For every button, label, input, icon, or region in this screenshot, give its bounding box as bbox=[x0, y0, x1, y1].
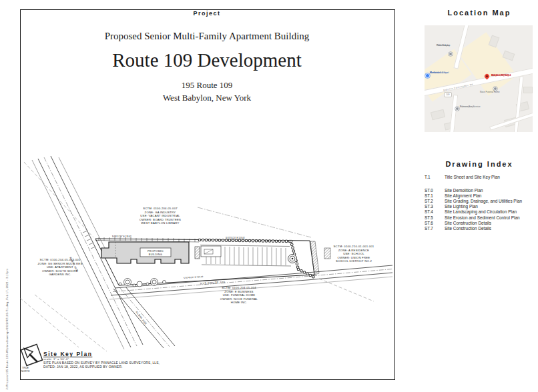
road-label-albin-2: ALBIN AVE bbox=[135, 311, 148, 326]
bearing-bottom: S 80°45'00" W 303.44' bbox=[184, 275, 204, 279]
ring-symbol bbox=[288, 255, 297, 263]
drawing-index-row: ST.7Site Construction Details bbox=[425, 226, 538, 231]
map-building bbox=[489, 35, 500, 47]
building-label-2: BUILDING bbox=[149, 253, 162, 256]
drawing-index-row: ST.0Site Demolition Plan bbox=[425, 188, 538, 193]
parcel-note-library: SCTM: 0100-204-05-007ZONE: GA INDUSTRY U… bbox=[123, 207, 197, 225]
parcel-note-school: SCTM: 0100-210-01-001.001ZONE: A RESIDEN… bbox=[316, 245, 391, 263]
parcel-note-apartments: SCTM: 0100-204-05-044.001ZONE: SG SENIOR… bbox=[23, 258, 97, 277]
building-label-1: PROPOSED bbox=[148, 250, 164, 253]
drawing-index-row: ST.1Site Alignment Plan bbox=[425, 193, 538, 199]
route-109-shield: 109 bbox=[444, 92, 452, 97]
site-key-plan-scale: scale: 1" = 50'-0" bbox=[43, 357, 69, 361]
site-key-plan-note: SITE PLAN BASED ON SURVEY BY PINNACLE LA… bbox=[43, 361, 160, 369]
proposed-building: PROPOSED BUILDING bbox=[101, 242, 189, 263]
plot-stamp: J:/Projects/195 Route 109-W/plan drawing… bbox=[5, 270, 9, 390]
project-subtitle: Proposed Senior Multi-Family Apartment B… bbox=[20, 31, 394, 42]
map-poi-library-icon bbox=[449, 52, 453, 56]
drawing-index-row: ST.5Site Erosion and Sediment Control Pl… bbox=[425, 215, 538, 221]
bearing-top-right: S 87°55'20" E 118.40' bbox=[226, 237, 245, 239]
project-label: Project bbox=[20, 10, 394, 17]
map-poi-blue-icon bbox=[425, 73, 430, 78]
project-address-line2: West Babylon, New York bbox=[20, 93, 394, 103]
drawing-index-row: ST.4Site Landscaping and Circulation Pla… bbox=[425, 209, 538, 215]
drawing-index-list: T.1Title Sheet and Site Key Plan ST.0Sit… bbox=[425, 175, 538, 231]
site-pads bbox=[195, 241, 330, 275]
drawing-index-heading: Drawing Index bbox=[427, 160, 531, 168]
north-arrow-icon bbox=[21, 344, 42, 365]
drawing-index-row: T.1Title Sheet and Site Key Plan bbox=[425, 175, 538, 180]
map-building bbox=[523, 87, 533, 93]
project-title: Route 109 Development bbox=[20, 49, 394, 71]
location-map-heading: Location Map bbox=[427, 9, 531, 17]
project-address-line1: 195 Route 109 bbox=[20, 80, 394, 91]
shrub-line bbox=[200, 240, 314, 277]
title-sheet-page: { "plot_stamp": "J:/Projects/195 Route 1… bbox=[0, 0, 538, 392]
drawing-index-row: ST.6Site Construction Details bbox=[425, 221, 538, 226]
map-road-minor bbox=[489, 111, 533, 131]
parcel-note-funeral-home: SCTM: 0100-204-05-004ZONE: E BUSINESS US… bbox=[202, 286, 276, 305]
map-building bbox=[431, 109, 445, 120]
true-north-label-1: TRUE bbox=[22, 367, 29, 369]
tree-symbols bbox=[119, 279, 166, 287]
drawing-index-row: ST.2Site Grading, Drainage, and Utilitie… bbox=[425, 199, 538, 204]
site-key-plan-title: Site Key Plan bbox=[43, 351, 92, 357]
map-road-branch bbox=[449, 95, 458, 132]
map-poi-bus-icon bbox=[455, 107, 459, 111]
bearing-top-left: N 88°57'40" E 133.65' bbox=[112, 235, 132, 238]
drawing-index-row: ST.3Site Lighting Plan bbox=[425, 204, 538, 209]
location-map: Babylon Farmingdale Rd 109 West BabylonP… bbox=[425, 25, 533, 132]
true-north-label-2: NORTH bbox=[21, 370, 30, 373]
